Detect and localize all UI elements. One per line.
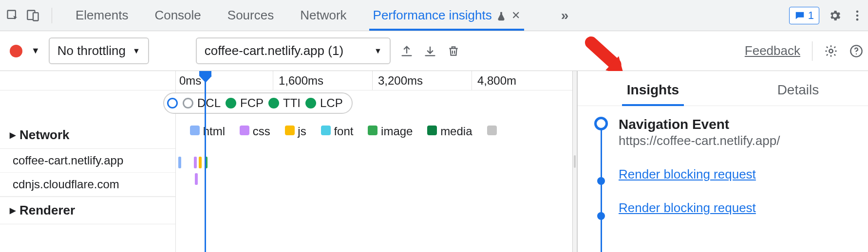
tab-performance-insights[interactable]: Performance insights ✕	[373, 1, 520, 30]
throttling-value: No throttling	[57, 43, 126, 58]
legend-label: css	[253, 125, 270, 138]
legend-label: js	[298, 125, 306, 138]
issues-badge[interactable]: 1	[789, 7, 819, 24]
tab-sources[interactable]: Sources	[227, 1, 274, 30]
insight-link[interactable]: Render blocking request	[619, 200, 780, 216]
tab-label: Performance insights	[373, 8, 492, 23]
legend-label: html	[203, 125, 225, 138]
tab-details[interactable]: Details	[777, 74, 819, 106]
marker-tti[interactable]: TTI	[268, 96, 301, 110]
feedback-link[interactable]: Feedback	[745, 43, 800, 58]
section-label: Renderer	[19, 203, 75, 218]
marker-dot-icon	[268, 98, 279, 108]
host-name: coffee-cart.netlify.app	[13, 154, 123, 167]
svg-point-5	[856, 18, 859, 20]
timeline-ruler[interactable]: 0ms 1,600ms 3,200ms 4,800m	[0, 71, 577, 90]
resource-type-legend: html css js font image media	[190, 125, 497, 138]
tab-label: Details	[777, 82, 819, 97]
ruler-tick: 1,600ms	[279, 74, 323, 88]
right-pane-tabs: Insights Details	[578, 71, 868, 106]
playhead[interactable]	[205, 71, 206, 252]
marker-dcl[interactable]: DCL	[183, 96, 221, 110]
svg-point-8	[856, 53, 857, 54]
legend-swatch	[240, 126, 249, 135]
insights-gutter	[594, 117, 609, 216]
tab-elements[interactable]: Elements	[75, 1, 128, 30]
marker-fcp[interactable]: FCP	[226, 96, 264, 110]
devtools-tabstrip: Elements Console Sources Network Perform…	[0, 0, 868, 31]
legend-swatch	[321, 126, 331, 135]
section-label: Network	[19, 127, 70, 143]
svg-point-6	[829, 49, 832, 53]
delete-icon[interactable]	[446, 44, 461, 58]
legend-swatch	[487, 126, 497, 135]
gutter-dot-icon	[597, 212, 605, 220]
gutter-ring-icon	[594, 117, 608, 130]
recording-name: coffee-cart.netlify.app (1)	[205, 43, 343, 58]
throttling-dropdown[interactable]: No throttling ▼	[49, 37, 149, 64]
legend-swatch	[368, 126, 377, 135]
marker-label: FCP	[240, 96, 264, 110]
flask-icon	[496, 10, 507, 21]
navigation-event-title: Navigation Event	[619, 117, 780, 132]
gutter-line	[601, 126, 602, 252]
marker-dot-icon	[305, 98, 316, 108]
svg-point-3	[856, 10, 859, 13]
ruler-tick: 3,200ms	[378, 74, 423, 88]
inspect-element-icon[interactable]	[6, 9, 19, 22]
section-renderer[interactable]: ▶Renderer	[0, 197, 175, 224]
svg-rect-2	[33, 13, 38, 20]
tab-insights[interactable]: Insights	[627, 74, 679, 106]
more-tabs-chevron-icon[interactable]: »	[561, 8, 569, 23]
timeline-left-column: ▶Network coffee-cart.netlify.app cdnjs.c…	[0, 122, 175, 224]
ruler-tick: 4,800m	[477, 74, 516, 88]
recording-select-dropdown[interactable]: coffee-cart.netlify.app (1) ▼	[196, 37, 391, 64]
kebab-menu-icon[interactable]	[850, 9, 864, 22]
legend-label: font	[334, 125, 353, 138]
pane-resizer-handle[interactable]	[572, 71, 577, 252]
legend-swatch	[427, 126, 437, 135]
insights-pane: Insights Details Navigation Event https:…	[578, 71, 868, 252]
svg-point-4	[856, 14, 859, 17]
timing-markers-pill: DCL FCP TTI LCP	[163, 92, 353, 114]
legend-label: image	[381, 125, 413, 138]
record-options-chevron-icon[interactable]: ▼	[31, 46, 40, 56]
marker-lcp[interactable]: LCP	[305, 96, 343, 110]
divider	[812, 41, 812, 61]
legend-swatch	[285, 126, 295, 135]
record-button[interactable]	[10, 45, 22, 57]
device-toolbar-icon[interactable]	[26, 9, 40, 22]
tab-label: Console	[154, 8, 201, 23]
close-icon[interactable]: ✕	[511, 9, 520, 22]
divider	[52, 8, 52, 23]
issues-count: 1	[808, 9, 814, 22]
ruler-tick: 0ms	[179, 74, 201, 88]
panel-tabs: Elements Console Sources Network Perform…	[75, 1, 568, 30]
host-row[interactable]: coffee-cart.netlify.app	[0, 149, 175, 173]
toolbar-right: Feedback	[745, 41, 863, 61]
settings-gear-icon[interactable]	[828, 9, 842, 22]
tab-label: Network	[300, 8, 346, 23]
tab-console[interactable]: Console	[154, 1, 201, 30]
panel-settings-icon[interactable]	[824, 44, 838, 58]
host-name: cdnjs.cloudflare.com	[13, 178, 119, 191]
tabstrip-right: 1	[789, 7, 864, 24]
help-icon[interactable]	[849, 44, 863, 58]
host-row[interactable]: cdnjs.cloudflare.com	[0, 173, 175, 197]
gutter-dot-icon	[597, 177, 605, 185]
navigation-event-url: https://coffee-cart.netlify.app/	[619, 133, 780, 148]
insight-link[interactable]: Render blocking request	[619, 167, 780, 182]
chevron-down-icon: ▼	[374, 47, 382, 55]
tabstrip-left: Elements Console Sources Network Perform…	[6, 1, 568, 30]
tab-network[interactable]: Network	[300, 1, 346, 30]
import-icon[interactable]	[423, 44, 437, 58]
timeline-pane: 0ms 1,600ms 3,200ms 4,800m DCL FCP TTI L…	[0, 71, 578, 252]
export-icon[interactable]	[399, 44, 414, 58]
tab-label: Sources	[227, 8, 274, 23]
marker-ring-icon	[167, 98, 178, 108]
section-network[interactable]: ▶Network	[0, 122, 175, 149]
insights-body: Navigation Event https://coffee-cart.net…	[578, 106, 868, 216]
marker-label: LCP	[320, 96, 343, 110]
marker-ring-icon	[183, 98, 193, 108]
triangle-right-icon: ▶	[10, 206, 16, 215]
